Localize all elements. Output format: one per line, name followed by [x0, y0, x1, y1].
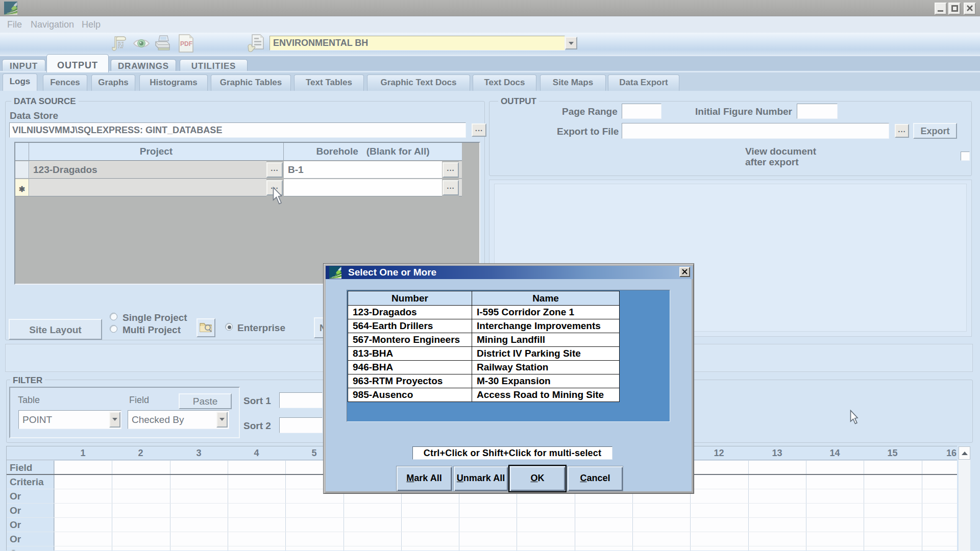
svg-text:PDF: PDF: [180, 40, 192, 47]
